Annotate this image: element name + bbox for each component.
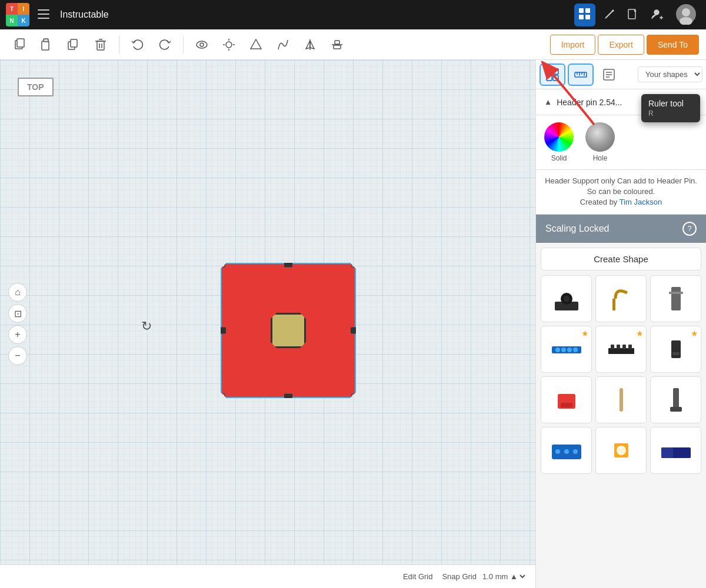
shape-container[interactable] [218,260,359,401]
svg-point-59 [561,348,566,352]
svg-rect-17 [42,41,49,50]
menu-icon-btn[interactable] [34,6,53,24]
grid-view-button[interactable] [574,4,595,26]
selection-handle-tr[interactable] [351,260,358,268]
svg-rect-16 [17,39,24,47]
ruler-tab-button[interactable] [568,64,594,86]
view-mode-select[interactable]: Your shapes All shapes [638,66,702,82]
grid-tab-button[interactable] [540,64,565,86]
svg-rect-64 [617,345,620,349]
tools-button[interactable] [600,5,619,25]
svg-rect-39 [553,69,558,74]
scaling-help-button[interactable]: ? [682,222,697,236]
hole-circle-icon [585,122,615,152]
svg-rect-38 [547,69,552,74]
svg-line-7 [607,12,612,17]
gallery-item-6[interactable]: ★ [650,326,701,373]
selection-handle-tl[interactable] [218,260,225,268]
edge-handle-left[interactable] [218,328,226,333]
paste-button[interactable] [34,32,59,57]
import-button[interactable]: Import [550,35,596,55]
svg-rect-20 [71,39,77,47]
zoom-out-button[interactable]: − [8,346,27,365]
copy-button[interactable] [7,32,32,57]
logo-n: N [6,15,18,26]
edge-handle-right[interactable] [351,328,359,333]
header-pin-shape[interactable] [221,263,356,398]
shape-button[interactable] [244,32,268,57]
fit-button[interactable]: ⊡ [8,304,27,323]
author-link[interactable]: Tim Jackson [620,198,662,206]
align-button[interactable] [325,32,349,57]
gallery-item-11[interactable] [595,427,647,474]
svg-rect-21 [97,41,104,50]
star-icon-4: ★ [581,329,589,338]
files-button[interactable] [624,5,642,25]
solid-option[interactable]: Solid [544,122,574,162]
svg-point-79 [617,446,626,455]
undo-button[interactable] [125,32,150,57]
main-area: TOP ⌂ ⊡ + − ↻ [0,60,706,588]
svg-point-25 [200,43,204,46]
notes-tab-button[interactable] [596,64,622,86]
gallery-item-4[interactable]: ★ [541,326,592,373]
selection-handle-bl[interactable] [218,393,225,400]
ruler-tool-tooltip: Ruler tool R [641,94,700,122]
svg-point-9 [654,10,659,15]
logo-k: K [18,15,29,26]
star-icon-6: ★ [691,329,698,338]
nav-buttons: Import Export Send To [550,35,699,55]
svg-rect-70 [561,403,572,407]
svg-rect-37 [334,45,341,49]
export-button[interactable]: Export [598,35,644,55]
svg-point-60 [567,348,572,352]
create-shape-button[interactable]: Create Shape [541,248,701,270]
gallery-item-7[interactable] [541,376,592,423]
canvas[interactable]: TOP ⌂ ⊡ + − ↻ [0,60,535,588]
svg-rect-55 [671,287,681,310]
shape-desc-text: Header Support only Can add to Header Pi… [545,176,697,196]
gallery-item-2[interactable] [595,275,647,322]
edge-handle-top[interactable] [284,261,292,267]
gallery-item-1[interactable] [541,275,592,322]
send-to-button[interactable]: Send To [647,35,699,55]
rotate-handle[interactable]: ↻ [141,319,152,334]
gallery-item-9[interactable] [650,376,701,423]
svg-rect-4 [585,8,590,13]
zoom-in-button[interactable]: + [8,325,27,344]
svg-point-13 [682,8,690,16]
right-panel: Your shapes All shapes ▲ Header pin 2.54… [535,60,706,588]
duplicate-button[interactable] [61,32,86,57]
gallery-item-8[interactable] [595,376,647,423]
edit-grid-button[interactable]: Edit Grid [403,572,433,581]
home-button[interactable]: ⌂ [8,283,27,302]
view-button[interactable] [189,32,214,57]
mirror-button[interactable] [298,32,322,57]
gallery-item-12[interactable] [650,427,701,474]
profile-button[interactable] [672,0,700,30]
hole-label: Hole [593,154,608,162]
redo-button[interactable] [152,32,177,57]
ruler-shortcut-label: R [648,109,693,118]
snap-grid-select[interactable]: 1.0 mm ▲ 0.5 mm 0.25 mm 2.0 mm [480,572,527,582]
solid-hole-selector: Solid Hole [536,115,706,170]
gallery-item-3[interactable] [650,275,701,322]
zoom-controls: ⌂ ⊡ + − [8,283,27,365]
light-button[interactable] [217,32,241,57]
solid-circle-icon [544,122,574,152]
logo-t: T [6,3,18,15]
svg-point-75 [555,449,560,454]
created-by-label: Created by [580,198,618,206]
svg-rect-0 [38,9,49,11]
panel-collapse-button[interactable]: ▲ [544,98,552,106]
gallery-item-5[interactable]: ★ [595,326,647,373]
toolbar-separator-1 [119,36,119,54]
delete-button[interactable] [88,32,113,57]
add-user-button[interactable] [647,4,667,26]
selection-handle-br[interactable] [351,393,358,400]
path-button[interactable] [271,32,295,57]
gallery-item-10[interactable] [541,427,592,474]
edge-handle-bottom[interactable] [284,394,292,400]
hole-option[interactable]: Hole [585,122,615,162]
scaling-locked-label: Scaling Locked [545,223,610,234]
